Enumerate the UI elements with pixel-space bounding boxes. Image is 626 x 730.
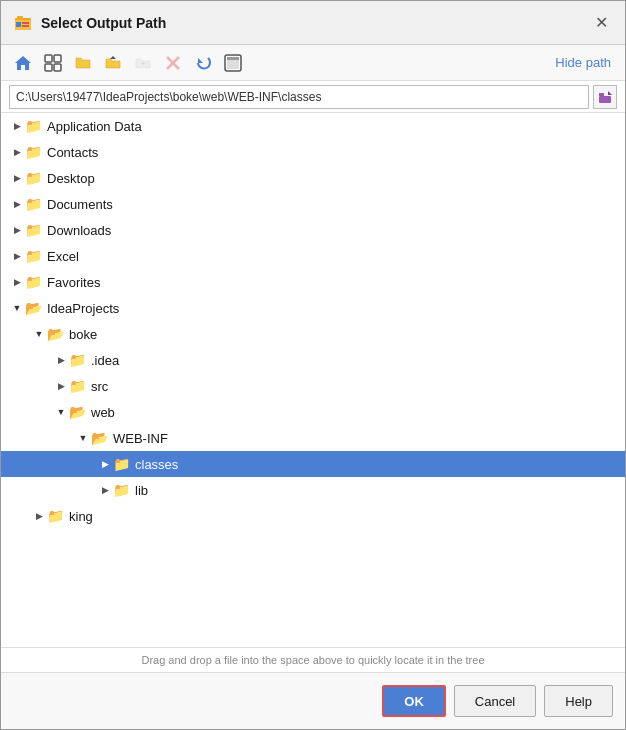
folder-icon-idea-projects: 📂 (25, 300, 42, 316)
tree-item-idea-projects[interactable]: ▼ 📂 IdeaProjects (1, 295, 625, 321)
folder-icon-web: 📂 (69, 404, 86, 420)
folder-icon-classes: 📁 (113, 456, 130, 472)
svg-rect-10 (54, 64, 61, 71)
expander-src: ▶ (53, 378, 69, 394)
dialog-title: Select Output Path (41, 15, 166, 31)
expander-excel: ▶ (9, 248, 25, 264)
tree-item-web-inf[interactable]: ▼ 📂 WEB-INF (1, 425, 625, 451)
svg-rect-20 (599, 96, 611, 103)
tree-item-app-data[interactable]: ▶ 📁 Application Data (1, 113, 625, 139)
svg-rect-18 (227, 57, 239, 60)
expander-web-inf: ▼ (75, 430, 91, 446)
title-bar-left: Select Output Path (13, 13, 166, 33)
tree-item-boke[interactable]: ▼ 📂 boke (1, 321, 625, 347)
svg-rect-9 (45, 64, 52, 71)
tree-item-documents[interactable]: ▶ 📁 Documents (1, 191, 625, 217)
label-downloads: Downloads (47, 223, 111, 238)
folder-up-button[interactable] (99, 49, 127, 77)
label-documents: Documents (47, 197, 113, 212)
folder-icon-src: 📁 (69, 378, 86, 394)
expander-contacts: ▶ (9, 144, 25, 160)
tree-item-favorites[interactable]: ▶ 📁 Favorites (1, 269, 625, 295)
folder-icon-favorites: 📁 (25, 274, 42, 290)
expander-app-data: ▶ (9, 118, 25, 134)
svg-rect-3 (16, 22, 21, 27)
title-bar: Select Output Path ✕ (1, 1, 625, 45)
svg-rect-19 (599, 93, 604, 96)
svg-marker-15 (198, 58, 203, 63)
hint-bar: Drag and drop a file into the space abov… (1, 648, 625, 673)
expander-favorites: ▶ (9, 274, 25, 290)
svg-marker-21 (608, 91, 612, 95)
label-desktop: Desktop (47, 171, 95, 186)
tree-item-king[interactable]: ▶ 📁 king (1, 503, 625, 529)
tree-item-classes[interactable]: ▶ 📁 classes (1, 451, 625, 477)
toolbar: + (1, 45, 625, 81)
folder-icon-app-data: 📁 (25, 118, 42, 134)
path-browse-button[interactable] (593, 85, 617, 109)
label-idea-projects: IdeaProjects (47, 301, 119, 316)
select-output-path-dialog: Select Output Path ✕ (0, 0, 626, 730)
label-idea: .idea (91, 353, 119, 368)
tree-item-downloads[interactable]: ▶ 📁 Downloads (1, 217, 625, 243)
help-button[interactable]: Help (544, 685, 613, 717)
grid-button[interactable] (219, 49, 247, 77)
label-boke: boke (69, 327, 97, 342)
toolbar-buttons: + (9, 49, 247, 77)
svg-text:+: + (141, 59, 146, 68)
expander-downloads: ▶ (9, 222, 25, 238)
expander-king: ▶ (31, 508, 47, 524)
label-excel: Excel (47, 249, 79, 264)
folder-icon-lib: 📁 (113, 482, 130, 498)
hide-path-link[interactable]: Hide path (555, 55, 617, 70)
path-input[interactable] (9, 85, 589, 109)
folder-icon-documents: 📁 (25, 196, 42, 212)
label-favorites: Favorites (47, 275, 100, 290)
label-classes: classes (135, 457, 178, 472)
folder-icon-downloads: 📁 (25, 222, 42, 238)
label-src: src (91, 379, 108, 394)
delete-button[interactable] (159, 49, 187, 77)
label-lib: lib (135, 483, 148, 498)
folder-icon-idea: 📁 (69, 352, 86, 368)
expander-classes: ▶ (97, 456, 113, 472)
expander-desktop: ▶ (9, 170, 25, 186)
folder-icon-excel: 📁 (25, 248, 42, 264)
label-web-inf: WEB-INF (113, 431, 168, 446)
label-web: web (91, 405, 115, 420)
svg-rect-8 (54, 55, 61, 62)
expander-idea-projects: ▼ (9, 300, 25, 316)
close-button[interactable]: ✕ (589, 11, 613, 35)
folder-icon-contacts: 📁 (25, 144, 42, 160)
tree-item-web[interactable]: ▼ 📂 web (1, 399, 625, 425)
svg-marker-6 (15, 56, 31, 70)
svg-rect-2 (17, 16, 23, 20)
svg-marker-11 (110, 56, 116, 59)
expander-lib: ▶ (97, 482, 113, 498)
folder-icon-desktop: 📁 (25, 170, 42, 186)
svg-rect-7 (45, 55, 52, 62)
tree-item-contacts[interactable]: ▶ 📁 Contacts (1, 139, 625, 165)
label-app-data: Application Data (47, 119, 142, 134)
expander-boke: ▼ (31, 326, 47, 342)
label-contacts: Contacts (47, 145, 98, 160)
toggle-layout-button[interactable] (39, 49, 67, 77)
refresh-button[interactable] (189, 49, 217, 77)
svg-rect-4 (22, 22, 29, 24)
tree-item-src[interactable]: ▶ 📁 src (1, 373, 625, 399)
tree-item-desktop[interactable]: ▶ 📁 Desktop (1, 165, 625, 191)
button-bar: OK Cancel Help (1, 673, 625, 729)
open-folder-button[interactable] (69, 49, 97, 77)
label-king: king (69, 509, 93, 524)
cancel-button[interactable]: Cancel (454, 685, 536, 717)
home-button[interactable] (9, 49, 37, 77)
tree-item-excel[interactable]: ▶ 📁 Excel (1, 243, 625, 269)
tree-item-idea[interactable]: ▶ 📁 .idea (1, 347, 625, 373)
hint-text: Drag and drop a file into the space abov… (141, 654, 484, 666)
folder-icon-boke: 📂 (47, 326, 64, 342)
ok-button[interactable]: OK (382, 685, 446, 717)
file-tree[interactable]: ▶ 📁 Application Data ▶ 📁 Contacts ▶ 📁 De… (1, 113, 625, 648)
new-folder-button[interactable]: + (129, 49, 157, 77)
tree-item-lib[interactable]: ▶ 📁 lib (1, 477, 625, 503)
svg-rect-5 (22, 25, 29, 27)
